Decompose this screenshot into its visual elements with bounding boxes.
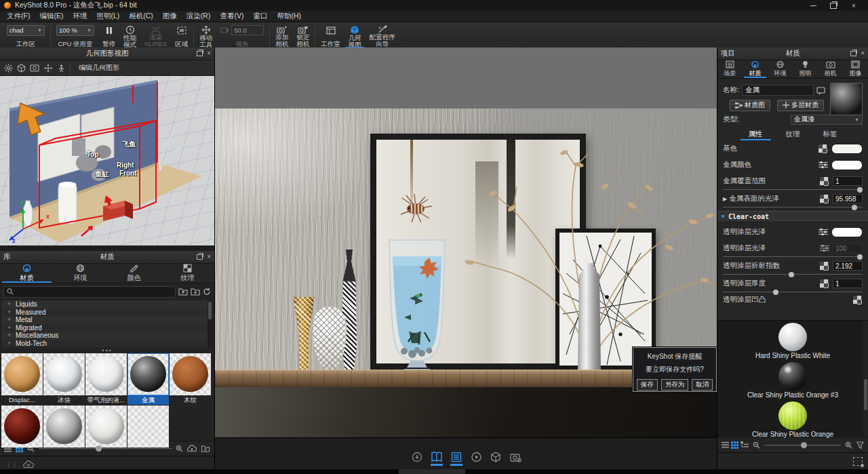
metal-color-swatch[interactable]	[831, 160, 863, 170]
material-thumb-bubbles[interactable]	[85, 353, 127, 395]
filter-funnel-icon[interactable]	[856, 441, 864, 449]
clearcoat-section-header[interactable]: ▼ Clear-coat	[717, 211, 868, 222]
region-button[interactable]: 区域	[171, 24, 192, 49]
move-camera-icon[interactable]	[43, 64, 53, 73]
materials-scrollbar[interactable]	[863, 321, 868, 437]
panel-splitter[interactable]	[0, 245, 214, 251]
material-name-input[interactable]	[742, 85, 814, 96]
folder-settings-icon[interactable]	[201, 445, 210, 452]
material-list-item[interactable]: Clear Shiny Plastic Orange	[717, 401, 868, 441]
save-as-button[interactable]: 另存为	[661, 379, 689, 391]
collapsed-arrow-icon[interactable]: ▶	[723, 196, 727, 202]
library-toggle-button[interactable]	[430, 451, 443, 466]
realtime-viewport[interactable]: KeyShot 保存提醒 要立即保存文件吗? 保存 另存为 取消	[215, 47, 717, 469]
menu-camera[interactable]: 相机(C)	[124, 12, 158, 21]
camera-frame-icon[interactable]	[30, 64, 39, 72]
texture-map-icon[interactable]	[819, 176, 829, 186]
import-folder-icon[interactable]	[178, 288, 188, 296]
float-panel-icon[interactable]	[197, 51, 203, 56]
restore-button[interactable]	[823, 1, 844, 11]
region-capture-icon[interactable]	[853, 457, 863, 466]
zoom-in-icon[interactable]	[845, 441, 852, 449]
material-thumb-metal-selected[interactable]	[127, 353, 169, 395]
clearcoat-thickness-field[interactable]	[833, 279, 863, 288]
subtab-properties[interactable]: 属性	[746, 130, 766, 139]
material-thumb-ice[interactable]	[43, 353, 85, 395]
float-panel-icon[interactable]	[850, 51, 856, 56]
metal-gloss-field[interactable]	[833, 194, 863, 203]
clearcoat-color-swatch[interactable]	[831, 227, 863, 237]
close-panel-icon[interactable]: ×	[861, 50, 865, 57]
material-thumb-wood[interactable]	[170, 353, 211, 395]
menu-edit[interactable]: 编辑(E)	[35, 12, 68, 21]
geometry-viewport[interactable]: 飞鱼 Top Right 鱼缸 Front y x z	[0, 76, 214, 245]
library-search-box[interactable]	[3, 286, 176, 298]
geometry-editor-button[interactable]	[489, 451, 502, 466]
menu-file[interactable]: 文件(F)	[2, 12, 35, 21]
tree-thumbs-splitter[interactable]	[0, 348, 214, 353]
material-thumb-displace[interactable]	[1, 353, 43, 395]
move-tool-button[interactable]: 移动 工具	[195, 24, 216, 49]
material-type-dropdown[interactable]: 金属漆 ▼	[791, 115, 863, 125]
expand-icon[interactable]	[7, 316, 12, 323]
screenshot-button[interactable]	[509, 451, 522, 466]
tree-item-liquids[interactable]: Liquids	[2, 300, 212, 309]
performance-mode-button[interactable]: 性能 模式	[119, 24, 140, 49]
subtab-labels[interactable]: 标签	[821, 130, 840, 139]
lock-camera-button[interactable]: 锁定 相机	[292, 24, 313, 49]
tab-material[interactable]: 材质	[743, 60, 768, 78]
fly-mode-icon[interactable]	[57, 64, 66, 73]
clearcoat-gloss-slider[interactable]	[723, 256, 863, 257]
clearcoat-ior-slider[interactable]	[723, 274, 863, 275]
workspace-group[interactable]: chad▼ 工作区	[3, 24, 49, 49]
fov-group[interactable]: 50.0 视角	[216, 24, 268, 49]
metal-gloss-slider[interactable]	[723, 207, 863, 208]
menu-help[interactable]: 帮助(H)	[272, 12, 306, 21]
material-preview-sphere[interactable]	[830, 83, 863, 115]
tree-item-migrated[interactable]: Migrated	[2, 324, 212, 332]
material-size-slider[interactable]	[764, 445, 841, 446]
material-graph-button[interactable]: 材质图	[730, 100, 770, 111]
pause-button[interactable]: 暂停	[98, 24, 119, 49]
tab-environment[interactable]: 环境	[768, 60, 793, 78]
menu-lighting[interactable]: 照明(L)	[92, 12, 124, 21]
texture-map-icon[interactable]	[819, 279, 829, 289]
material-thumb[interactable]	[85, 406, 127, 448]
edit-geometry-button[interactable]: 编辑几何图形	[75, 62, 123, 73]
metal-coverage-slider[interactable]	[723, 189, 863, 190]
library-tab-materials[interactable]: 材质	[0, 264, 54, 283]
tree-item-miscellaneous[interactable]: Miscellaneous	[2, 332, 212, 340]
add-camera-button[interactable]: 添加 相机	[271, 24, 292, 49]
thumbnail-size-slider[interactable]	[39, 448, 172, 449]
menu-view[interactable]: 查看(V)	[215, 12, 248, 21]
float-panel-icon[interactable]	[197, 254, 203, 260]
project-toggle-button[interactable]	[450, 451, 463, 466]
clearcoat-thickness-slider[interactable]	[723, 292, 863, 292]
close-button[interactable]: ×	[844, 1, 864, 11]
clearcoat-ior-field[interactable]	[833, 261, 863, 271]
expand-icon[interactable]	[7, 340, 12, 347]
gear-icon[interactable]	[4, 64, 13, 73]
subtab-textures[interactable]: 纹理	[783, 130, 803, 139]
minimize-button[interactable]	[803, 1, 823, 11]
tab-scene[interactable]: 场景	[717, 60, 743, 78]
cpu-usage-dropdown[interactable]: 100 %▼	[56, 25, 94, 36]
adjust-sliders-icon[interactable]	[820, 244, 829, 252]
configurator-wizard-button[interactable]: 配置程序 向导	[366, 24, 399, 49]
workspace-dropdown[interactable]: chad▼	[7, 25, 45, 36]
metal-coverage-field[interactable]	[833, 176, 863, 186]
tab-image[interactable]: 图像	[843, 60, 868, 78]
menu-image[interactable]: 图像	[158, 12, 182, 21]
rename-note-icon[interactable]	[816, 87, 825, 94]
clearcoat-gloss-field[interactable]	[833, 243, 863, 253]
zoom-in-icon[interactable]	[176, 445, 183, 452]
library-search-input[interactable]	[16, 288, 172, 296]
menu-render[interactable]: 渲染(R)	[182, 12, 216, 21]
tree-item-measured[interactable]: Measured	[2, 309, 212, 317]
adjust-sliders-icon[interactable]	[818, 161, 828, 169]
refresh-icon[interactable]	[203, 288, 211, 296]
material-thumb[interactable]	[1, 406, 43, 448]
tab-lighting[interactable]: 照明	[793, 60, 818, 78]
library-tab-colors[interactable]: 颜色	[107, 264, 161, 283]
material-list-item[interactable]: Clear Shiny Plastic Orange #3	[717, 362, 868, 401]
